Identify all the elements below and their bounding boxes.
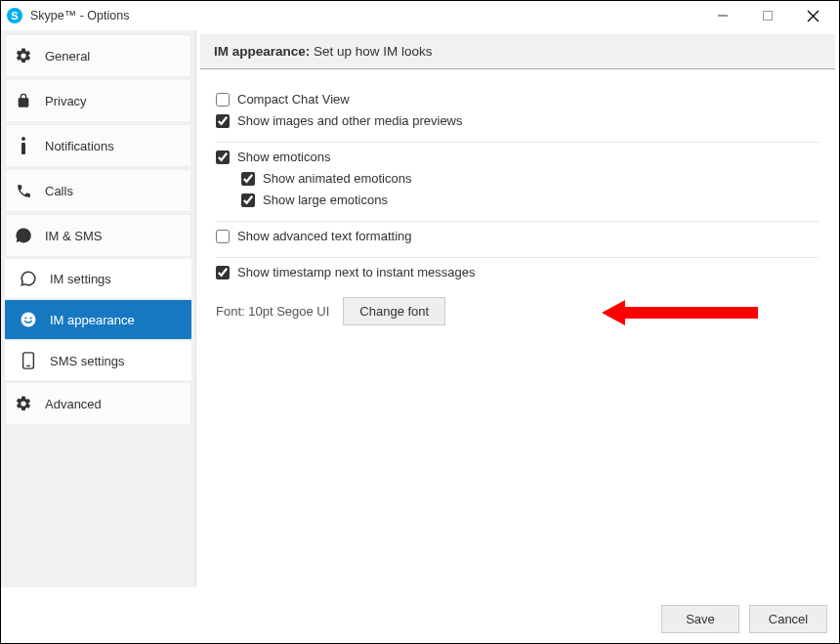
sidebar-item-notifications[interactable]: Notifications [5,124,191,167]
svg-rect-1 [764,12,773,21]
lock-icon [14,92,33,109]
svg-point-8 [30,317,32,319]
device-icon [19,352,38,369]
checkbox-label: Show images and other media previews [237,113,463,128]
sidebar-item-label: IM & SMS [45,229,103,243]
checkbox-compact-chat[interactable]: Compact Chat View [216,92,819,107]
footer: Save Cancel [661,605,827,633]
skype-icon: S [7,8,22,23]
main-panel: IM appearance: Set up how IM looks Compa… [196,30,839,587]
change-font-button[interactable]: Change font [343,297,445,325]
checkbox-input[interactable] [216,266,230,279]
save-button[interactable]: Save [661,605,739,633]
cancel-button[interactable]: Cancel [749,605,827,633]
checkbox-label: Show advanced text formatting [237,229,412,243]
phone-icon [14,183,33,199]
checkbox-show-large[interactable]: Show large emoticons [241,193,819,207]
sidebar-item-advanced[interactable]: Advanced [5,382,191,425]
checkbox-label: Compact Chat View [237,92,350,107]
font-label: Font: 10pt Segoe UI [216,304,329,319]
separator [216,142,819,143]
checkbox-advanced-formatting[interactable]: Show advanced text formatting [216,229,819,243]
gear-icon [14,395,33,412]
sidebar-item-calls[interactable]: Calls [5,169,191,212]
checkbox-label: Show animated emoticons [263,171,411,186]
chat-icon [14,227,33,244]
sidebar-item-general[interactable]: General [5,34,191,77]
titlebar: S Skype™ - Options [1,1,839,30]
svg-point-4 [21,137,25,141]
minimize-button[interactable] [700,1,745,30]
sidebar-item-label: Privacy [45,94,87,108]
checkbox-input[interactable] [216,93,230,107]
sidebar-item-label: IM appearance [50,313,135,327]
checkbox-input[interactable] [216,230,230,243]
sidebar-item-label: IM settings [50,272,111,286]
sidebar-item-privacy[interactable]: Privacy [5,79,191,122]
svg-rect-5 [21,143,25,154]
chat-outline-icon [19,270,38,287]
checkbox-show-animated[interactable]: Show animated emoticons [241,171,819,186]
gear-icon [14,47,33,64]
sidebar-item-label: Calls [45,184,73,198]
sidebar-item-sms-settings[interactable]: SMS settings [5,341,191,380]
separator [216,221,819,222]
checkbox-input[interactable] [241,172,255,186]
smiley-icon [19,311,38,328]
sidebar-item-im-appearance[interactable]: IM appearance [5,300,191,339]
sidebar-item-label: SMS settings [50,354,125,368]
sidebar: General Privacy Notifications Calls IM & [1,30,196,587]
sidebar-item-im-settings[interactable]: IM settings [5,259,191,298]
header-title: IM appearance: [214,44,310,59]
checkbox-label: Show emoticons [237,150,330,164]
checkbox-label: Show timestamp next to instant messages [237,265,476,279]
svg-point-7 [24,317,26,319]
sidebar-item-label: Advanced [45,397,102,411]
checkbox-timestamp[interactable]: Show timestamp next to instant messages [216,265,819,279]
close-button[interactable] [790,1,835,30]
separator [216,257,819,258]
info-icon [14,137,33,154]
checkbox-media-previews[interactable]: Show images and other media previews [216,113,819,128]
svg-point-6 [21,313,36,327]
checkbox-show-emoticons[interactable]: Show emoticons [216,150,819,164]
sidebar-item-label: Notifications [45,139,114,153]
sidebar-item-im-sms[interactable]: IM & SMS [5,214,191,257]
checkbox-label: Show large emoticons [263,193,388,207]
main-header: IM appearance: Set up how IM looks [200,34,835,69]
header-subtitle: Set up how IM looks [310,44,432,59]
maximize-button[interactable] [745,1,790,30]
checkbox-input[interactable] [216,150,230,164]
checkbox-input[interactable] [216,114,230,128]
checkbox-input[interactable] [241,193,255,207]
sidebar-item-label: General [45,49,90,64]
main-body: Compact Chat View Show images and other … [196,69,839,587]
window-title: Skype™ - Options [30,9,129,22]
